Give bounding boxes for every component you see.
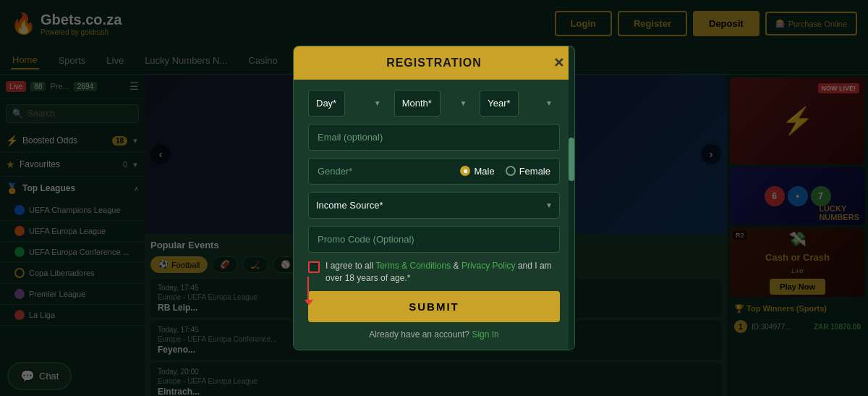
- terms-row: I agree to all Terms & Conditions & Priv…: [308, 260, 560, 285]
- year-wrapper: Year*: [480, 90, 560, 117]
- terms-conditions-link[interactable]: Terms & Conditions: [375, 261, 451, 271]
- modal-scrollbar[interactable]: [569, 46, 574, 350]
- gender-male-option[interactable]: Male: [460, 166, 494, 177]
- email-field[interactable]: [308, 124, 560, 151]
- day-wrapper: Day*: [308, 90, 388, 117]
- modal-title: REGISTRATION: [386, 56, 482, 69]
- checkbox-arrow-shaft: [307, 277, 309, 302]
- sign-in-link[interactable]: Sign In: [472, 329, 498, 340]
- gender-female-label: Female: [519, 166, 550, 177]
- income-wrapper: Income Source*: [308, 192, 560, 219]
- submit-button[interactable]: SUBMIT: [308, 291, 560, 322]
- gender-male-label: Male: [474, 166, 494, 177]
- income-select[interactable]: Income Source*: [308, 192, 560, 219]
- gender-male-radio[interactable]: [460, 166, 470, 176]
- registration-modal: REGISTRATION ✕ Day* Month* Year*: [293, 46, 575, 351]
- gender-female-option[interactable]: Female: [506, 166, 550, 177]
- terms-text: I agree to all Terms & Conditions & Priv…: [326, 260, 560, 285]
- promo-field[interactable]: [308, 226, 560, 253]
- checkbox-arrow-head: [305, 300, 313, 306]
- gender-female-radio[interactable]: [506, 166, 516, 176]
- month-select[interactable]: Month*: [394, 90, 441, 117]
- modal-close-button[interactable]: ✕: [553, 55, 564, 71]
- terms-checkbox-wrapper: [308, 261, 320, 273]
- modal-scrollbar-thumb: [569, 138, 574, 181]
- terms-checkbox[interactable]: [308, 261, 320, 273]
- sign-in-row: Already have an account? Sign In: [308, 329, 560, 340]
- privacy-policy-link[interactable]: Privacy Policy: [461, 261, 516, 271]
- date-row: Day* Month* Year*: [308, 90, 560, 117]
- year-select[interactable]: Year*: [480, 90, 519, 117]
- gender-label: Gender*: [318, 166, 449, 177]
- modal-overlay[interactable]: REGISTRATION ✕ Day* Month* Year*: [0, 0, 868, 396]
- day-select[interactable]: Day*: [308, 90, 345, 117]
- modal-header: REGISTRATION ✕: [294, 46, 574, 80]
- already-account-text: Already have an account?: [369, 329, 469, 340]
- modal-body: Day* Month* Year* Gender*: [294, 80, 574, 350]
- month-wrapper: Month*: [394, 90, 475, 117]
- gender-row: Gender* Male Female: [308, 158, 560, 185]
